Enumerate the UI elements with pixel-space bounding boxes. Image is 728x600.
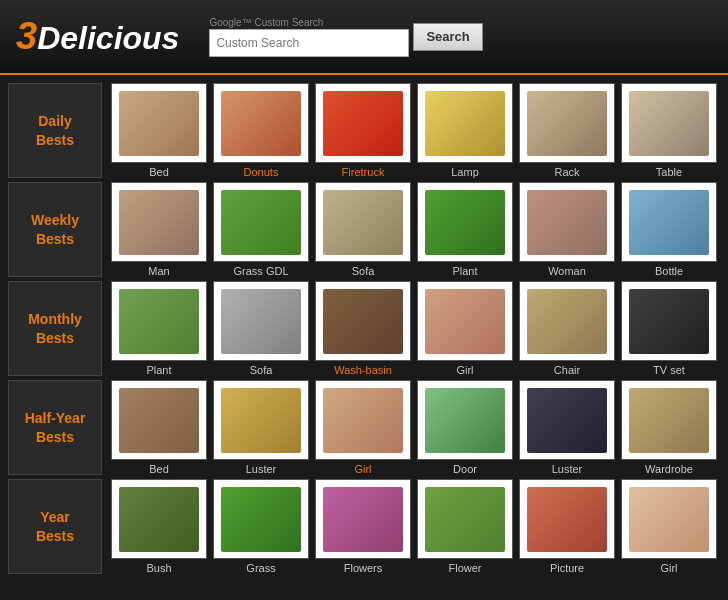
sidebar-item-weekly[interactable]: Weekly Bests <box>8 182 102 277</box>
list-item[interactable]: Bottle <box>620 182 718 277</box>
list-item[interactable]: Rack <box>518 83 616 178</box>
thumbnail-image <box>527 91 607 156</box>
list-item[interactable]: Grass <box>212 479 310 574</box>
thumbnail-label: Table <box>656 166 682 178</box>
list-item[interactable]: Sofa <box>314 182 412 277</box>
thumbnail-image <box>119 190 199 255</box>
thumbnail-label: Wash-basin <box>334 364 392 376</box>
list-item[interactable]: Firetruck <box>314 83 412 178</box>
thumbnail-image <box>221 190 301 255</box>
thumbnail-box <box>519 479 615 559</box>
thumbnail-image <box>323 190 403 255</box>
list-item[interactable]: Flower <box>416 479 514 574</box>
thumbnail-label: Bed <box>149 463 169 475</box>
logo-3: 3 <box>16 15 37 57</box>
thumbnail-box <box>417 479 513 559</box>
row-year: BushGrassFlowersFlowerPictureGirl <box>110 479 720 574</box>
logo-text: Delicious <box>37 20 179 56</box>
list-item[interactable]: Luster <box>518 380 616 475</box>
list-item[interactable]: Table <box>620 83 718 178</box>
sidebar-item-halfyear[interactable]: Half-Year Bests <box>8 380 102 475</box>
thumbnail-image <box>425 91 505 156</box>
thumbnail-image <box>119 487 199 552</box>
list-item[interactable]: Grass GDL <box>212 182 310 277</box>
list-item[interactable]: Girl <box>416 281 514 376</box>
thumbnail-box <box>213 380 309 460</box>
thumbnail-box <box>315 281 411 361</box>
thumbnail-image <box>629 190 709 255</box>
thumbnail-box <box>621 479 717 559</box>
thumbnail-label: Sofa <box>352 265 375 277</box>
list-item[interactable]: Chair <box>518 281 616 376</box>
sidebar-item-daily[interactable]: Daily Bests <box>8 83 102 178</box>
list-item[interactable]: Lamp <box>416 83 514 178</box>
list-item[interactable]: Bed <box>110 83 208 178</box>
list-item[interactable]: Girl <box>314 380 412 475</box>
list-item[interactable]: Luster <box>212 380 310 475</box>
thumbnail-box <box>621 380 717 460</box>
thumbnail-label: Woman <box>548 265 586 277</box>
row-weekly: ManGrass GDLSofaPlantWomanBottle <box>110 182 720 277</box>
main-content: Daily BestsWeekly BestsMonthly BestsHalf… <box>0 75 728 582</box>
list-item[interactable]: Man <box>110 182 208 277</box>
thumbnail-box <box>621 182 717 262</box>
thumbnail-box <box>417 182 513 262</box>
thumbnail-image <box>221 388 301 453</box>
thumbnail-image <box>119 388 199 453</box>
list-item[interactable]: Flowers <box>314 479 412 574</box>
thumbnail-image <box>425 289 505 354</box>
thumbnail-label: Girl <box>456 364 473 376</box>
search-area: Google™ Custom Search Search <box>209 17 482 57</box>
row-monthly: PlantSofaWash-basinGirlChairTV set <box>110 281 720 376</box>
thumbnail-label: Plant <box>452 265 477 277</box>
thumbnail-image <box>221 289 301 354</box>
thumbnail-image <box>425 190 505 255</box>
list-item[interactable]: Bed <box>110 380 208 475</box>
thumbnail-label: Flower <box>448 562 481 574</box>
thumbnail-image <box>425 487 505 552</box>
search-button[interactable]: Search <box>413 23 482 51</box>
list-item[interactable]: Plant <box>110 281 208 376</box>
list-item[interactable]: Sofa <box>212 281 310 376</box>
thumbnail-label: Luster <box>552 463 583 475</box>
thumbnail-label: Wardrobe <box>645 463 693 475</box>
thumbnail-label: TV set <box>653 364 685 376</box>
thumbnail-image <box>425 388 505 453</box>
thumbnail-label: Plant <box>146 364 171 376</box>
list-item[interactable]: Picture <box>518 479 616 574</box>
search-input[interactable] <box>209 29 409 57</box>
google-label: Google™ Custom Search <box>209 17 409 28</box>
thumbnail-box <box>315 182 411 262</box>
thumbnail-label: Grass GDL <box>233 265 288 277</box>
list-item[interactable]: Door <box>416 380 514 475</box>
thumbnail-label: Bottle <box>655 265 683 277</box>
sidebar-item-monthly[interactable]: Monthly Bests <box>8 281 102 376</box>
list-item[interactable]: Girl <box>620 479 718 574</box>
thumbnail-box <box>417 281 513 361</box>
thumbnail-image <box>221 487 301 552</box>
thumbnail-box <box>621 281 717 361</box>
list-item[interactable]: Donuts <box>212 83 310 178</box>
thumbnail-label: Rack <box>554 166 579 178</box>
thumbnail-box <box>213 281 309 361</box>
logo: 3Delicious <box>16 15 179 58</box>
thumbnail-label: Sofa <box>250 364 273 376</box>
thumbnail-label: Door <box>453 463 477 475</box>
header: 3Delicious Google™ Custom Search Search <box>0 0 728 75</box>
thumbnail-box <box>213 479 309 559</box>
thumbnail-label: Firetruck <box>342 166 385 178</box>
list-item[interactable]: Plant <box>416 182 514 277</box>
thumbnail-box <box>519 281 615 361</box>
thumbnail-image <box>527 388 607 453</box>
list-item[interactable]: TV set <box>620 281 718 376</box>
thumbnail-label: Bush <box>146 562 171 574</box>
list-item[interactable]: Wardrobe <box>620 380 718 475</box>
sidebar-item-year[interactable]: Year Bests <box>8 479 102 574</box>
list-item[interactable]: Bush <box>110 479 208 574</box>
thumbnail-box <box>111 281 207 361</box>
list-item[interactable]: Woman <box>518 182 616 277</box>
thumbnail-label: Bed <box>149 166 169 178</box>
list-item[interactable]: Wash-basin <box>314 281 412 376</box>
thumbnail-image <box>629 487 709 552</box>
thumbnail-image <box>323 91 403 156</box>
